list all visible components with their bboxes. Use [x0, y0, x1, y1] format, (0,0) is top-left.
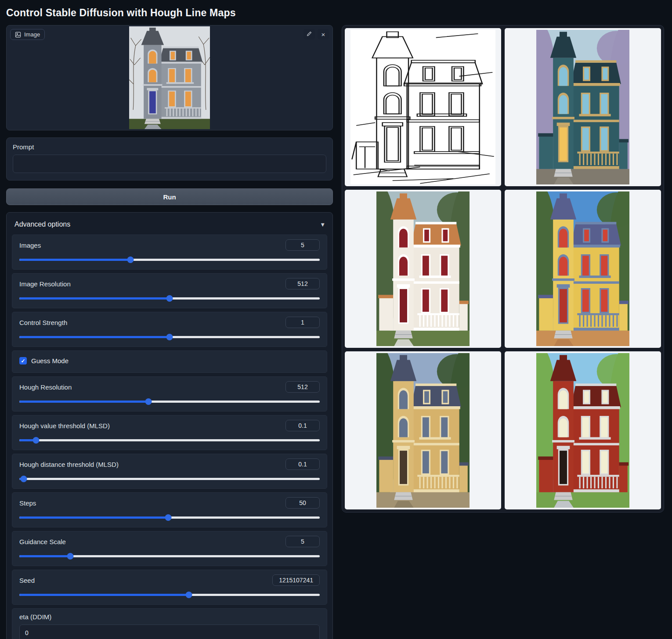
gallery-item-gold-house-painting[interactable]: [345, 351, 501, 509]
slider-images[interactable]: [19, 256, 320, 263]
label-hough-distance-threshold-mlsd: Hough distance threshold (MLSD): [19, 461, 119, 468]
checkbox-guess-mode[interactable]: ✓Guess Mode: [19, 355, 320, 366]
slider-handle[interactable]: [166, 334, 173, 340]
close-icon: ×: [322, 31, 325, 38]
value-image-resolution[interactable]: 512: [285, 278, 320, 289]
label-hough-resolution: Hough Resolution: [19, 383, 72, 391]
slider-image-resolution[interactable]: [19, 295, 320, 302]
slider-handle[interactable]: [145, 398, 152, 405]
slider-handle[interactable]: [67, 553, 74, 560]
value-guidance-scale[interactable]: 5: [285, 536, 320, 547]
label-control-strength: Control Strength: [19, 319, 67, 326]
slider-control-strength[interactable]: [19, 333, 320, 340]
gallery-item-hough-line-map: [350, 30, 495, 184]
image-input-label-text: Image: [24, 31, 40, 38]
prompt-input[interactable]: [13, 155, 326, 173]
page-title: Control Stable Diffusion with Hough Line…: [0, 0, 672, 25]
slider-steps[interactable]: [19, 514, 320, 521]
value-control-strength[interactable]: 1: [285, 317, 320, 328]
run-button-label: Run: [163, 193, 176, 201]
run-button[interactable]: Run: [6, 188, 333, 205]
advanced-options-header[interactable]: Advanced options ▼: [12, 217, 327, 235]
slider-hough-resolution[interactable]: [19, 398, 320, 405]
chevron-down-icon: ▼: [320, 221, 325, 228]
control-row-images: Images5: [12, 235, 327, 270]
checkbox-checked-icon[interactable]: ✓: [19, 357, 27, 365]
gallery-item-yellow-house-painting[interactable]: [505, 190, 661, 348]
label-steps: Steps: [19, 499, 36, 507]
control-row-seed: Seed1215107241: [12, 570, 327, 605]
control-row-guidance-scale: Guidance Scale5: [12, 531, 327, 566]
label-image-resolution: Image Resolution: [19, 280, 71, 288]
prompt-label: Prompt: [13, 143, 326, 151]
clear-image-button[interactable]: ×: [318, 29, 329, 40]
value-images[interactable]: 5: [285, 239, 320, 251]
control-row-hough-value-threshold-mlsd: Hough value threshold (MLSD)0.1: [12, 415, 327, 450]
control-row-eta-ddim: eta (DDIM)0: [12, 608, 327, 639]
slider-guidance-scale[interactable]: [19, 552, 320, 560]
slider-handle[interactable]: [127, 256, 134, 263]
gallery-item-teal-house-painting[interactable]: [505, 28, 661, 186]
value-hough-value-threshold-mlsd[interactable]: 0.1: [285, 420, 320, 431]
input-victorian-house-photo: [129, 26, 210, 129]
slider-handle[interactable]: [166, 295, 173, 302]
label-hough-value-threshold-mlsd: Hough value threshold (MLSD): [19, 422, 110, 430]
gallery-item-red-house-painting[interactable]: [505, 351, 661, 509]
advanced-options-title: Advanced options: [14, 220, 70, 228]
image-icon: [15, 32, 21, 38]
value-steps[interactable]: 50: [285, 497, 320, 509]
control-row-steps: Steps50: [12, 492, 327, 527]
input-image-preview[interactable]: [129, 26, 210, 129]
value-hough-distance-threshold-mlsd[interactable]: 0.1: [285, 458, 320, 470]
slider-hough-value-threshold-mlsd[interactable]: [19, 437, 320, 444]
gallery-item-yellow-house-painting: [536, 191, 629, 346]
pencil-icon: [306, 31, 312, 38]
label-guess-mode: Guess Mode: [31, 357, 69, 365]
slider-handle[interactable]: [21, 476, 27, 482]
control-row-image-resolution: Image Resolution512: [12, 273, 327, 308]
controls-column: Image × Prompt Run: [6, 25, 333, 639]
label-images: Images: [19, 242, 41, 249]
control-row-guess-mode: ✓Guess Mode: [12, 350, 327, 373]
gallery-item-gold-house-painting: [376, 353, 470, 508]
slider-handle[interactable]: [186, 592, 192, 598]
slider-handle[interactable]: [33, 437, 39, 444]
advanced-options-accordion: Advanced options ▼ Images5Image Resoluti…: [6, 212, 333, 639]
label-eta-ddim: eta (DDIM): [19, 613, 320, 621]
control-row-hough-distance-threshold-mlsd: Hough distance threshold (MLSD)0.1: [12, 454, 327, 489]
result-gallery: [342, 25, 664, 513]
advanced-controls-list: Images5Image Resolution512Control Streng…: [12, 235, 327, 639]
slider-seed[interactable]: [19, 591, 320, 598]
input-eta-ddim[interactable]: 0: [19, 625, 320, 639]
prompt-block: Prompt: [6, 137, 333, 181]
image-actions: ×: [303, 29, 329, 40]
control-row-hough-resolution: Hough Resolution512: [12, 376, 327, 412]
gallery-item-teal-house-painting: [536, 30, 629, 184]
control-row-control-strength: Control Strength1: [12, 312, 327, 347]
value-seed[interactable]: 1215107241: [272, 574, 320, 586]
label-seed: Seed: [19, 577, 35, 584]
gallery-item-white-house-painting[interactable]: [345, 190, 501, 348]
gallery-item-hough-line-map[interactable]: [345, 28, 501, 186]
image-input-component[interactable]: Image ×: [6, 25, 333, 130]
slider-handle[interactable]: [165, 514, 171, 521]
slider-hough-distance-threshold-mlsd[interactable]: [19, 475, 320, 482]
main-layout: Image × Prompt Run: [0, 25, 672, 639]
label-guidance-scale: Guidance Scale: [19, 538, 66, 545]
results-column: [342, 25, 664, 513]
edit-image-button[interactable]: [303, 29, 315, 40]
image-input-label: Image: [10, 29, 45, 40]
value-hough-resolution[interactable]: 512: [285, 381, 320, 393]
gallery-item-red-house-painting: [536, 353, 629, 508]
gallery-item-white-house-painting: [376, 191, 470, 346]
